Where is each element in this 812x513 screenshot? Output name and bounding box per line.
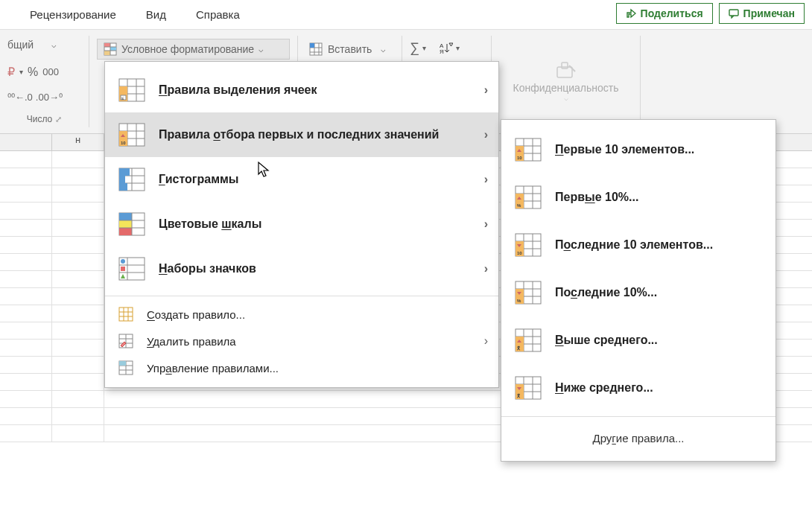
svg-rect-40 xyxy=(119,168,130,176)
svg-point-54 xyxy=(121,259,125,264)
submenu-bottom-10-items[interactable]: 10 Последние 10 элементов... xyxy=(501,221,775,269)
cell[interactable] xyxy=(0,391,52,407)
cell[interactable] xyxy=(0,357,52,373)
cell[interactable] xyxy=(0,408,52,424)
svg-text:10: 10 xyxy=(517,156,522,160)
cell[interactable] xyxy=(0,254,52,270)
cell[interactable] xyxy=(0,288,52,305)
chevron-right-icon: › xyxy=(484,128,488,141)
bottom10-icon: 10 xyxy=(515,233,542,257)
increase-decimal-icon[interactable]: ⁰⁰←.0 xyxy=(7,92,33,103)
cell[interactable] xyxy=(52,322,104,339)
menu-highlight-cells-rules[interactable]: ≤ ППравила выделения ячеекравила выделен… xyxy=(105,68,498,112)
menu-separator xyxy=(105,296,498,296)
svg-rect-19 xyxy=(562,63,568,68)
comments-label: Примечан xyxy=(743,7,795,19)
autosum-icon[interactable]: ∑ xyxy=(410,40,419,56)
column-header[interactable]: н xyxy=(52,134,104,150)
cell[interactable] xyxy=(52,288,104,305)
menu-top-bottom-rules[interactable]: 10 Правила отбора первых и последних зна… xyxy=(105,112,498,157)
manage-rules-icon xyxy=(118,360,133,375)
percent-icon[interactable]: % xyxy=(28,66,38,79)
cell[interactable] xyxy=(52,151,104,168)
cell[interactable] xyxy=(0,168,52,185)
cell[interactable] xyxy=(52,237,104,253)
share-button[interactable]: Поделиться xyxy=(616,3,713,24)
cell[interactable] xyxy=(0,374,52,390)
cell[interactable] xyxy=(52,254,104,270)
number-group-label: Число xyxy=(27,114,53,124)
comment-icon xyxy=(729,8,739,19)
svg-rect-4 xyxy=(104,51,110,55)
expand-icon[interactable]: ⤢ xyxy=(55,115,62,124)
tab-view[interactable]: Вид xyxy=(146,8,166,21)
column-header[interactable] xyxy=(0,134,52,150)
cell[interactable] xyxy=(52,391,104,407)
submenu-above-average[interactable]: x̄ Выше среднего... xyxy=(501,316,775,364)
cell[interactable] xyxy=(52,220,104,236)
submenu-more-rules[interactable]: Другие правила... xyxy=(501,421,775,455)
menu-manage-rules[interactable]: Управление правилами... xyxy=(105,354,498,381)
cell[interactable] xyxy=(0,271,52,287)
databars-icon xyxy=(118,168,145,191)
submenu-below-average[interactable]: x̄ Ниже среднего... xyxy=(501,364,775,412)
menu-new-rule[interactable]: Создать правило... xyxy=(105,301,498,328)
decrease-decimal-icon[interactable]: .00→⁰ xyxy=(36,92,63,103)
cell[interactable] xyxy=(52,271,104,287)
cell[interactable] xyxy=(52,357,104,373)
cell[interactable] xyxy=(52,425,104,442)
svg-text:%: % xyxy=(517,299,521,303)
comma-icon[interactable]: 000 xyxy=(42,66,59,77)
cell[interactable] xyxy=(0,151,52,168)
menu-icon-sets[interactable]: Наборы значков › xyxy=(105,246,498,291)
chevron-down-icon[interactable]: ⌵ xyxy=(51,40,57,50)
sort-filter-icon[interactable]: AЯ xyxy=(440,42,453,55)
top-bottom-icon: 10 xyxy=(118,123,145,147)
svg-rect-44 xyxy=(119,213,132,220)
menu-color-scales[interactable]: Цветовые шкалы › xyxy=(105,202,498,246)
cell[interactable] xyxy=(0,237,52,253)
top-buttons: Поделиться Примечан xyxy=(616,3,805,24)
cell[interactable] xyxy=(52,305,104,322)
menu-clear-rules[interactable]: Удалить правила › xyxy=(105,328,498,354)
confidentiality-group: Конфиденциальность ⌵ xyxy=(492,36,641,127)
cell[interactable] xyxy=(52,340,104,356)
menu-separator xyxy=(501,416,775,417)
cell[interactable] xyxy=(52,185,104,202)
submenu-top-10-percent[interactable]: % Первые 10%... xyxy=(501,173,775,221)
svg-rect-0 xyxy=(729,10,738,16)
svg-rect-45 xyxy=(119,220,132,228)
chevron-down-icon[interactable]: ⌵ xyxy=(381,45,386,54)
cell[interactable] xyxy=(0,203,52,219)
currency-icon[interactable]: ₽ xyxy=(7,65,15,79)
cell[interactable] xyxy=(52,374,104,390)
cell[interactable] xyxy=(52,203,104,219)
cell[interactable] xyxy=(0,322,52,339)
cell[interactable] xyxy=(0,185,52,202)
submenu-top-10-items[interactable]: 10 Первые 10 элементов... xyxy=(501,126,775,173)
share-icon xyxy=(626,8,636,19)
svg-text:10: 10 xyxy=(121,141,126,145)
cell[interactable] xyxy=(0,425,52,442)
above-avg-icon: x̄ xyxy=(515,328,542,352)
submenu-bottom-10-percent[interactable]: % Последние 10%... xyxy=(501,269,775,316)
cell[interactable] xyxy=(0,220,52,236)
svg-rect-46 xyxy=(119,228,132,235)
menu-data-bars[interactable]: Гистограммы › xyxy=(105,157,498,202)
insert-label: Вставить xyxy=(328,43,372,55)
colorscales-icon xyxy=(118,212,145,236)
number-format-select[interactable]: бщий xyxy=(7,39,34,51)
tab-help[interactable]: Справка xyxy=(196,8,240,21)
cell[interactable] xyxy=(0,340,52,356)
tab-review[interactable]: Рецензирование xyxy=(30,8,116,21)
cell[interactable] xyxy=(0,305,52,322)
insert-button[interactable]: Вставить ⌵ xyxy=(305,39,394,60)
comments-button[interactable]: Примечан xyxy=(719,3,805,24)
top10-icon: 10 xyxy=(515,138,542,162)
chevron-right-icon: › xyxy=(484,334,488,348)
cell[interactable] xyxy=(52,408,104,424)
svg-rect-42 xyxy=(119,183,127,191)
cell[interactable] xyxy=(52,168,104,185)
conditional-formatting-button[interactable]: Условное форматирование ⌵ xyxy=(97,39,290,60)
below-avg-icon: x̄ xyxy=(515,376,542,400)
